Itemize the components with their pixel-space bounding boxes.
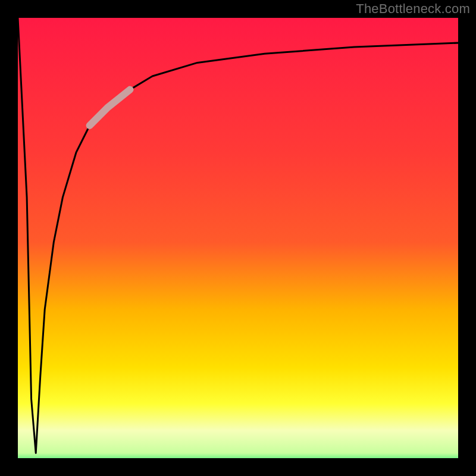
chart-frame: TheBottleneck.com bbox=[0, 0, 476, 476]
plot-background bbox=[18, 18, 466, 466]
bottleneck-chart bbox=[0, 0, 476, 476]
watermark-label: TheBottleneck.com bbox=[356, 1, 470, 17]
